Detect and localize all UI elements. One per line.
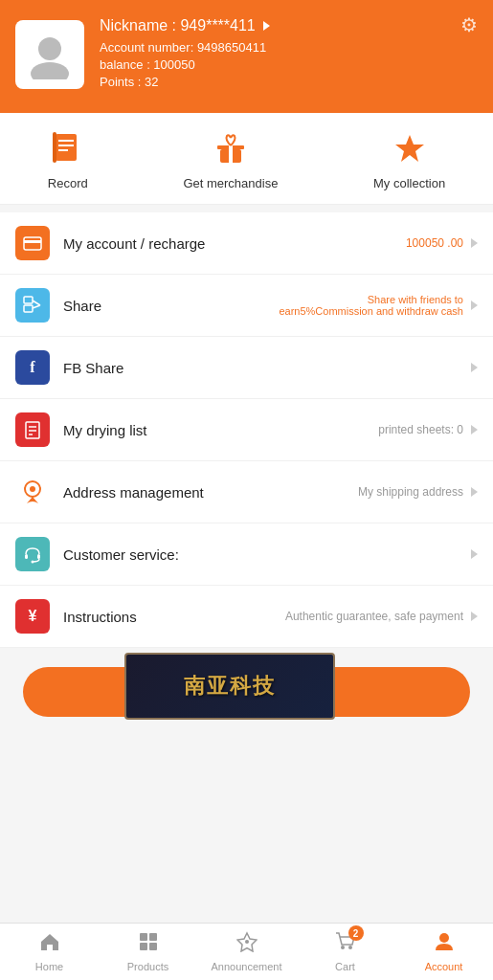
menu-item-fb-share[interactable]: f FB Share <box>0 337 493 399</box>
svg-rect-27 <box>149 933 157 941</box>
customer-service-icon <box>15 537 50 571</box>
fb-share-chevron-icon <box>471 363 478 372</box>
record-icon <box>49 130 87 168</box>
svg-point-32 <box>348 946 352 949</box>
svg-rect-26 <box>140 933 147 941</box>
instructions-chevron-icon <box>471 612 478 621</box>
account-number-line: Account number: 9498650411 <box>100 40 478 55</box>
svg-line-16 <box>33 305 40 308</box>
drying-list-icon <box>15 412 50 447</box>
share-chevron-icon <box>471 301 478 310</box>
avatar[interactable] <box>15 20 84 89</box>
instructions-title: Instructions <box>63 609 285 625</box>
account-recharge-chevron-icon <box>471 238 478 248</box>
announcement-label: Announcement <box>212 961 282 972</box>
menu-item-account-recharge[interactable]: My account / recharge 100050 .00 <box>0 212 493 275</box>
quick-action-record[interactable]: Record <box>48 130 88 190</box>
svg-rect-5 <box>58 149 68 151</box>
drying-list-subtitle: printed sheets: 0 <box>378 423 463 436</box>
fb-share-icon: f <box>15 350 50 385</box>
my-collection-label: My collection <box>373 176 445 190</box>
avatar-icon <box>25 30 75 79</box>
svg-rect-13 <box>24 297 33 303</box>
nav-item-home[interactable]: Home <box>0 931 99 972</box>
svg-rect-12 <box>24 240 41 243</box>
get-merchandise-icon <box>212 130 250 168</box>
account-recharge-icon <box>15 226 50 260</box>
nav-item-products[interactable]: Products <box>99 931 197 972</box>
header-info: Nickname : 949****411 Account number: 94… <box>100 17 478 92</box>
account-recharge-subtitle: 100050 .00 <box>406 236 463 250</box>
address-icon <box>15 475 50 509</box>
svg-rect-3 <box>58 140 74 142</box>
svg-marker-10 <box>395 135 424 162</box>
svg-rect-29 <box>149 943 157 950</box>
account-recharge-title: My account / recharge <box>63 235 406 252</box>
share-title: Share <box>63 298 272 314</box>
customer-service-title: Customer service: <box>63 546 463 563</box>
watermark-overlay: 南亚科技 <box>124 653 335 720</box>
nickname-row[interactable]: Nickname : 949****411 <box>100 17 478 34</box>
account-label: Account <box>425 961 463 972</box>
instructions-icon: ¥ <box>15 599 50 634</box>
products-icon <box>138 931 159 958</box>
drying-list-title: My drying list <box>63 422 378 438</box>
nickname-chevron-icon <box>263 21 270 31</box>
svg-rect-9 <box>229 145 233 163</box>
cart-label: Cart <box>335 961 355 972</box>
quick-action-get-merchandise[interactable]: Get merchandise <box>183 130 278 190</box>
address-chevron-icon <box>471 487 478 497</box>
gift-svg-icon <box>213 132 248 167</box>
customer-service-chevron-icon <box>471 549 478 559</box>
share-subtitle: Share with friends to earn5%Commission a… <box>272 294 463 317</box>
svg-rect-11 <box>24 237 41 250</box>
record-label: Record <box>48 176 88 190</box>
svg-rect-6 <box>53 132 56 163</box>
nav-item-cart[interactable]: 2 Cart <box>296 931 394 972</box>
quick-actions-bar: Record Get merchandise My collection <box>0 113 493 205</box>
nav-item-account[interactable]: Account <box>394 931 493 972</box>
bottom-nav: Home Products Announcement <box>0 923 493 980</box>
svg-rect-14 <box>24 305 33 312</box>
home-icon <box>39 931 60 958</box>
balance-line: balance : 100050 <box>100 57 478 72</box>
svg-point-22 <box>30 486 35 492</box>
svg-rect-28 <box>140 943 147 950</box>
svg-point-30 <box>245 940 249 944</box>
fb-share-title: FB Share <box>63 360 463 376</box>
cart-icon: 2 <box>335 931 356 958</box>
quick-action-my-collection[interactable]: My collection <box>373 130 445 190</box>
products-label: Products <box>127 961 168 972</box>
svg-point-1 <box>31 62 69 79</box>
header-section: Nickname : 949****411 Account number: 94… <box>0 0 493 113</box>
menu-section: My account / recharge 100050 .00 Share S… <box>0 212 493 648</box>
settings-icon[interactable]: ⚙ <box>460 13 478 36</box>
star-svg-icon <box>392 132 427 167</box>
record-svg-icon <box>51 132 85 167</box>
watermark-text: 南亚科技 <box>184 672 276 701</box>
cart-badge: 2 <box>348 925 364 941</box>
svg-rect-24 <box>37 554 40 559</box>
menu-item-instructions[interactable]: ¥ Instructions Authentic guarantee, safe… <box>0 586 493 648</box>
menu-item-address[interactable]: Address management My shipping address <box>0 461 493 523</box>
drying-list-chevron-icon <box>471 425 478 434</box>
svg-line-15 <box>33 301 40 305</box>
nickname-text: Nickname : 949****411 <box>100 17 256 34</box>
my-collection-icon <box>391 130 429 168</box>
menu-item-drying-list[interactable]: My drying list printed sheets: 0 <box>0 399 493 461</box>
svg-point-33 <box>439 933 449 943</box>
nav-item-announcement[interactable]: Announcement <box>197 931 296 972</box>
svg-point-31 <box>341 946 345 949</box>
svg-point-0 <box>38 37 61 60</box>
announcement-icon <box>236 931 258 958</box>
get-merchandise-label: Get merchandise <box>183 176 278 190</box>
address-title: Address management <box>63 484 358 501</box>
account-icon <box>434 931 455 958</box>
svg-point-25 <box>32 561 34 564</box>
menu-item-share[interactable]: Share Share with friends to earn5%Commis… <box>0 275 493 337</box>
address-subtitle: My shipping address <box>358 485 463 499</box>
share-icon <box>15 288 50 323</box>
menu-item-customer-service[interactable]: Customer service: <box>0 523 493 586</box>
points-line: Points : 32 <box>100 75 478 89</box>
spacer <box>0 736 493 813</box>
